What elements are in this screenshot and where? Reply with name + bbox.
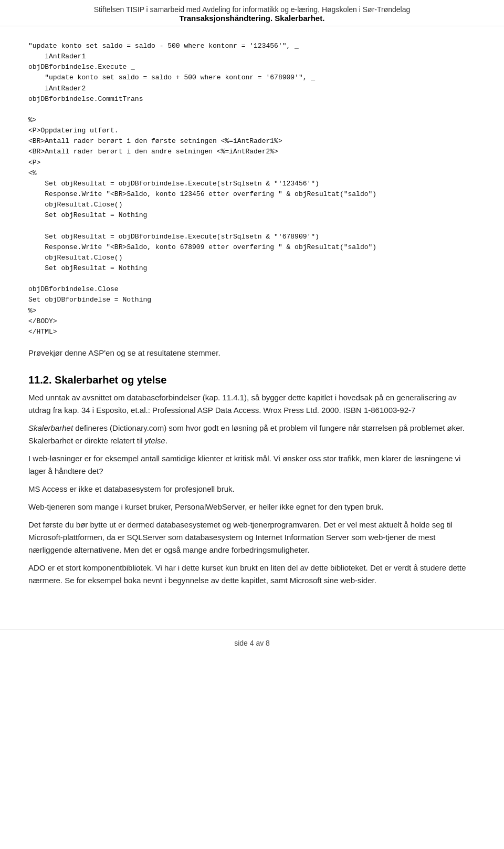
prose-check: Prøvekjør denne ASP'en og se at resultat… <box>28 347 476 359</box>
paragraph-6: Det første du bør bytte ut er dermed dat… <box>28 519 476 556</box>
paragraph-1: Med unntak av avsnittet om databaseforbi… <box>28 391 476 417</box>
skalerbarhet-italic: Skalerbarhet <box>28 423 73 432</box>
page-number: side 4 av 8 <box>234 639 270 647</box>
page-content: "update konto set saldo = saldo - 500 wh… <box>0 26 504 613</box>
section-heading: 11.2. Skalerbarhet og ytelse <box>28 374 476 386</box>
page-subtitle: Transaksjonshåndtering. Skalerbarhet. <box>10 14 494 23</box>
org-name: Stiftelsen TISIP i samarbeid med Avdelin… <box>10 5 494 14</box>
paragraph-5: Web-tjeneren som mange i kurset bruker, … <box>28 501 476 513</box>
page-footer: side 4 av 8 <box>0 629 504 653</box>
paragraph-2: Skalerbarhet defineres (Dictionary.com) … <box>28 422 476 447</box>
paragraph-3: I web-løsninger er for eksempel antall s… <box>28 452 476 478</box>
paragraph-4: MS Access er ikke et databasesystem for … <box>28 483 476 495</box>
code-block-main: "update konto set saldo = saldo - 500 wh… <box>28 41 476 337</box>
page-header: Stiftelsen TISIP i samarbeid med Avdelin… <box>0 0 504 26</box>
paragraph-7: ADO er et stort komponentbibliotek. Vi h… <box>28 562 476 587</box>
ytelse-italic: ytelse <box>145 436 165 445</box>
